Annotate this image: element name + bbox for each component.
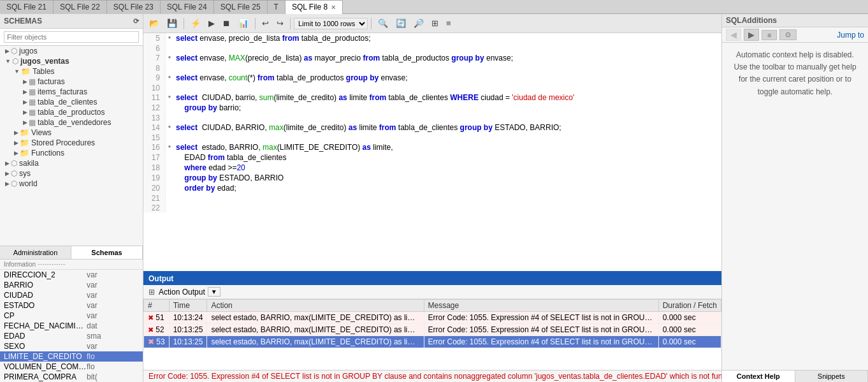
- jump-to-link[interactable]: Jump to: [837, 31, 864, 40]
- line-6: 6: [143, 43, 721, 53]
- tab-t[interactable]: T: [268, 0, 286, 14]
- replace-btn[interactable]: 🔄: [393, 17, 409, 30]
- output-row-51[interactable]: ✖ 51 10:13:24 select estado, BARRIO, max…: [144, 312, 721, 324]
- output-header: Output: [143, 272, 721, 285]
- tab-context-help[interactable]: Context Help: [722, 371, 795, 382]
- info-row-edad: EDAD sma: [0, 331, 143, 341]
- tree-item-tabla-vendedores[interactable]: ▶ ▦ tabla_de_vendedores: [0, 117, 143, 128]
- expand-arrow-tabla-vendedores: ▶: [23, 119, 27, 126]
- status-bar: Error Code: 1055. Expression #4 of SELEC…: [143, 370, 721, 382]
- tree-area: ▶ ⬡ jugos ▼ ⬡ jugos_ventas ▼ 📁 Tables: [0, 46, 143, 246]
- tab-bar: SQL File 21 SQL File 22 SQL File 23 SQL …: [0, 0, 868, 14]
- info-row-limite-credito: LIMITE_DE_CREDITO flo: [0, 351, 143, 362]
- undo-btn[interactable]: ↩: [259, 17, 272, 30]
- tree-item-views[interactable]: ▶ 📁 Views: [0, 128, 143, 138]
- info-row-cp: CP var: [0, 311, 143, 321]
- action-output-label: Action Output: [159, 288, 205, 297]
- sidebar-header: SCHEMAS ⟳: [0, 14, 143, 29]
- tree-item-sakila[interactable]: ▶ ⬡ sakila: [0, 158, 143, 168]
- filter-input[interactable]: [4, 31, 139, 43]
- line-9: 9 ● select envase, count(*) from tabla_d…: [143, 73, 721, 83]
- limit-select[interactable]: Limit to 1000 rows: [294, 18, 368, 29]
- info-panel: Information ················ DIRECCION_2…: [0, 259, 143, 382]
- expand-arrow-tables: ▼: [14, 68, 20, 75]
- db-icon-jugos-ventas: ⬡: [12, 57, 18, 66]
- table-icon-facturas: ▦: [29, 77, 36, 86]
- line-13: 13: [143, 113, 721, 122]
- line-14: 14 ● select CIUDAD, BARRIO, max(limite_d…: [143, 122, 721, 133]
- output-select-container: Action Output ▼: [159, 287, 221, 297]
- line-7: 7 ● select envase, MAX(precio_de_lista) …: [143, 53, 721, 63]
- right-panel-tabs: Context Help Snippets: [722, 370, 868, 382]
- table-icon-tabla-vendedores: ▦: [29, 118, 36, 127]
- columns-btn[interactable]: ⊞: [428, 17, 442, 30]
- info-row-direccion2: DIRECCION_2 var: [0, 270, 143, 280]
- tree-item-tabla-productos[interactable]: ▶ ▦ tabla_de_productos: [0, 107, 143, 117]
- tree-item-tabla-clientes[interactable]: ▶ ▦ tabla_de_clientes: [0, 97, 143, 107]
- tab-sql-file-22[interactable]: SQL File 22: [54, 0, 107, 14]
- folder-icon-views: 📁: [20, 128, 29, 137]
- nav-refresh-btn[interactable]: ≡: [762, 30, 777, 40]
- tab-sql-file-23[interactable]: SQL File 23: [107, 0, 161, 14]
- nav-auto-btn[interactable]: ⊙: [779, 29, 797, 40]
- tree-item-facturas[interactable]: ▶ ▦ facturas: [0, 77, 143, 87]
- output-row-52[interactable]: ✖ 52 10:13:25 select estado, BARRIO, max…: [144, 324, 721, 336]
- explain-btn[interactable]: 📊: [235, 17, 252, 30]
- tab-schemas[interactable]: Schemas: [71, 246, 143, 259]
- sidebar-refresh-icon[interactable]: ⟳: [133, 17, 139, 26]
- tab-snippets[interactable]: Snippets: [795, 371, 869, 382]
- nav-back-btn[interactable]: ◀: [726, 29, 741, 41]
- save-file-btn[interactable]: 💾: [164, 17, 180, 30]
- expand-arrow-tabla-productos: ▶: [23, 109, 27, 115]
- center-area: 📂 💾 ⚡ ▶ ⏹ 📊 ↩ ↪ Limit to 1000 rows 🔍 🔄 🔎…: [143, 14, 721, 382]
- info-row-barrio: BARRIO var: [0, 280, 143, 290]
- info-row-ciudad: CIUDAD var: [0, 290, 143, 300]
- filter-box: [0, 29, 143, 46]
- tree-item-sys[interactable]: ▶ ⬡ sys: [0, 168, 143, 179]
- line-10: 10: [143, 83, 721, 92]
- info-row-fecha: FECHA_DE_NACIMIENTO dat: [0, 321, 143, 331]
- info-rows: DIRECCION_2 var BARRIO var CIUDAD var ES…: [0, 270, 143, 382]
- table-icon-items-facturas: ▦: [29, 87, 36, 96]
- output-row-53[interactable]: ✖ 53 10:13:25 select estado, BARRIO, max…: [144, 336, 721, 348]
- stop-btn[interactable]: ⏹: [219, 17, 234, 30]
- tab-sql-file-21[interactable]: SQL File 21: [0, 0, 54, 14]
- action-output-dropdown[interactable]: ▼: [208, 287, 221, 297]
- tab-administration[interactable]: Administration: [0, 246, 71, 259]
- search-btn[interactable]: 🔍: [375, 17, 391, 30]
- editor-toolbar: 📂 💾 ⚡ ▶ ⏹ 📊 ↩ ↪ Limit to 1000 rows 🔍 🔄 🔎…: [143, 14, 721, 33]
- tree-item-items-facturas[interactable]: ▶ ▦ items_facturas: [0, 87, 143, 97]
- tab-sql-file-24[interactable]: SQL File 24: [161, 0, 214, 14]
- tree-item-stored-procedures[interactable]: ▶ 📁 Stored Procedures: [0, 138, 143, 148]
- sep2: [255, 18, 256, 29]
- status-error-text: Error Code: 1055. Expression #4 of SELEC…: [148, 372, 721, 381]
- execute-current-btn[interactable]: ▶: [205, 17, 218, 30]
- output-icon: ⊞: [148, 288, 155, 297]
- folder-icon-functions: 📁: [20, 149, 29, 158]
- line-12: 12 group by barrio;: [143, 103, 721, 113]
- redo-btn[interactable]: ↪: [273, 17, 287, 30]
- expand-arrow-facturas: ▶: [23, 78, 27, 85]
- right-nav: ◀ ▶ ≡ ⊙ Jump to: [722, 27, 868, 43]
- tab-sql-file-25[interactable]: SQL File 25: [214, 0, 268, 14]
- tree-item-jugos[interactable]: ▶ ⬡ jugos: [0, 46, 143, 56]
- expand-arrow-jugos-ventas: ▼: [5, 58, 11, 64]
- more-btn[interactable]: ≡: [443, 17, 454, 30]
- tree-item-world[interactable]: ▶ ⬡ world: [0, 179, 143, 189]
- inspect-btn[interactable]: 🔎: [410, 17, 427, 30]
- tree-item-jugos-ventas[interactable]: ▼ ⬡ jugos_ventas: [0, 56, 143, 66]
- tab-sql-file-8[interactable]: SQL File 8 ✕: [286, 0, 343, 14]
- col-header-num: #: [144, 300, 170, 312]
- col-header-duration: Duration / Fetch: [658, 300, 721, 312]
- open-file-btn[interactable]: 📂: [146, 17, 163, 30]
- line-18: 18 where edad >=20: [143, 163, 721, 173]
- sql-editor[interactable]: 5 ● select envase, precio_de_lista from …: [143, 33, 721, 271]
- nav-forward-btn[interactable]: ▶: [744, 29, 759, 41]
- tree-item-functions[interactable]: ▶ 📁 Functions: [0, 148, 143, 158]
- right-panel-header: SQLAdditions: [722, 14, 868, 27]
- tree-item-tables[interactable]: ▼ 📁 Tables: [0, 66, 143, 77]
- execute-btn[interactable]: ⚡: [187, 17, 204, 30]
- close-tab-icon[interactable]: ✕: [331, 4, 336, 11]
- expand-arrow-jugos: ▶: [5, 48, 10, 54]
- col-header-time: Time: [169, 300, 207, 312]
